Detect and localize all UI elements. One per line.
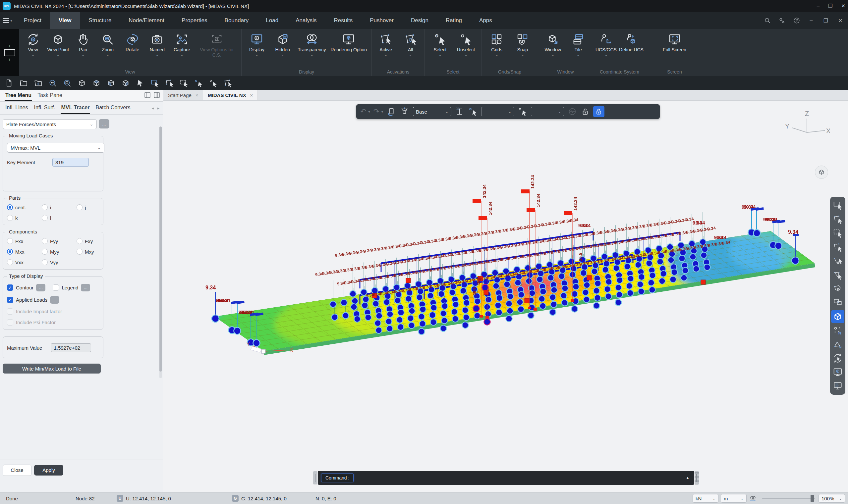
result-type-select[interactable]: Plate Forces/Moments⌄ bbox=[3, 119, 97, 129]
radio-k[interactable]: k bbox=[7, 215, 42, 221]
subtab-scroll-right-icon[interactable]: ▸ bbox=[157, 106, 159, 111]
ribbon-button-capture[interactable]: Capture⌄ bbox=[171, 32, 192, 57]
panel-subtab-mvl-tracer[interactable]: MVL Tracer bbox=[60, 102, 90, 114]
transparency-toggle-icon[interactable] bbox=[749, 492, 757, 504]
result-type-more-button[interactable]: ... bbox=[99, 119, 109, 128]
ribbon-button-transparency[interactable]: Transparency⌄ bbox=[298, 32, 326, 57]
ribbon-button-full-screen[interactable]: Full Screen bbox=[663, 32, 686, 57]
more-options-button[interactable]: ... bbox=[81, 284, 90, 291]
radio-vxx[interactable]: Vxx bbox=[7, 259, 42, 265]
select-poly-dashed-icon[interactable] bbox=[831, 240, 844, 254]
select-volume-icon[interactable] bbox=[831, 282, 844, 295]
ribbon-button-grids[interactable]: Grids⌄ bbox=[486, 32, 507, 57]
undo-button[interactable]: ↶ bbox=[360, 107, 366, 116]
menu-item-apps[interactable]: Apps bbox=[470, 12, 501, 29]
dock-layout-icon[interactable] bbox=[144, 92, 151, 100]
view-cube-button[interactable] bbox=[815, 166, 828, 179]
ribbon-button-pan[interactable]: Pan⌄ bbox=[73, 32, 94, 57]
redo-button[interactable]: ↷ bbox=[373, 107, 379, 116]
child-restore-icon[interactable]: ❐ bbox=[822, 17, 829, 24]
element-number-icon[interactable]: N bbox=[831, 338, 844, 351]
radio-l[interactable]: l bbox=[42, 215, 76, 221]
command-bar-grip-right[interactable] bbox=[695, 471, 699, 484]
length-unit-select[interactable]: m⌄ bbox=[721, 494, 747, 503]
maximize-button[interactable]: ❐ bbox=[828, 3, 832, 9]
node-number-icon[interactable]: N bbox=[831, 324, 844, 337]
node-select[interactable]: ⌄ bbox=[481, 107, 514, 116]
command-input[interactable]: Command : bbox=[321, 473, 353, 482]
panel-tab-tree-menu[interactable]: Tree Menu bbox=[5, 91, 32, 101]
new-file-icon[interactable] bbox=[4, 78, 14, 88]
checkbox-applied-loads[interactable]: ✓ bbox=[7, 297, 13, 303]
select-box-dashed-icon[interactable] bbox=[831, 227, 844, 240]
pick-element-icon[interactable] bbox=[518, 107, 527, 116]
radio-i[interactable]: i bbox=[42, 204, 76, 210]
document-tab-midas-civil-nx[interactable]: MIDAS CIVIL NX× bbox=[203, 90, 258, 100]
radio-mxx[interactable]: Mxx bbox=[7, 249, 42, 255]
open-folder-icon[interactable] bbox=[19, 78, 29, 88]
ribbon-button-window[interactable]: Window⌄ bbox=[542, 32, 563, 57]
ribbon-button-view[interactable]: View⌄ bbox=[22, 32, 44, 57]
ribbon-collapse-button[interactable]: ↓↑ bbox=[0, 29, 19, 76]
view-left-icon[interactable] bbox=[121, 78, 131, 88]
chevron-down-icon[interactable]: ▾ bbox=[368, 110, 370, 113]
radio-myy[interactable]: Myy bbox=[42, 249, 76, 255]
iso-view-icon[interactable] bbox=[831, 310, 844, 323]
menu-item-load[interactable]: Load bbox=[257, 12, 287, 29]
select-single-icon[interactable] bbox=[135, 78, 145, 88]
child-minimize-icon[interactable]: – bbox=[808, 17, 815, 24]
chevron-down-icon[interactable]: ▾ bbox=[381, 110, 383, 113]
select-box-icon[interactable] bbox=[831, 199, 844, 212]
key-icon[interactable] bbox=[778, 17, 786, 24]
main-menu-button[interactable]: ▾ bbox=[0, 12, 15, 29]
radio-fxx[interactable]: Fxx bbox=[7, 238, 42, 244]
radio-vyy[interactable]: Vyy bbox=[42, 259, 76, 265]
menu-item-structure[interactable]: Structure bbox=[80, 12, 120, 29]
panel-subtab-batch-convers[interactable]: Batch Convers bbox=[95, 102, 131, 114]
select-pick-icon[interactable] bbox=[193, 78, 204, 88]
radio-fyy[interactable]: Fyy bbox=[42, 238, 76, 244]
checkbox-legend[interactable] bbox=[53, 285, 59, 291]
ribbon-button-snap[interactable]: Snap⌄ bbox=[512, 32, 533, 57]
key-element-input[interactable]: 319 bbox=[52, 158, 89, 166]
view-front-icon[interactable] bbox=[106, 78, 116, 88]
view-top-icon[interactable] bbox=[91, 78, 101, 88]
menu-item-node-element[interactable]: Node/Element bbox=[120, 12, 173, 29]
display-info-icon[interactable] bbox=[831, 365, 844, 379]
select-intersect-icon[interactable] bbox=[179, 78, 189, 88]
document-tab-start-page[interactable]: Start Page× bbox=[163, 90, 203, 100]
panel-tab-task-pane[interactable]: Task Pane bbox=[37, 91, 63, 101]
moving-load-case-select[interactable]: MVmax: MVL⌄ bbox=[7, 143, 104, 152]
select-plane-icon[interactable] bbox=[831, 268, 844, 282]
menu-item-analysis[interactable]: Analysis bbox=[287, 12, 325, 29]
select-previous-icon[interactable] bbox=[223, 78, 232, 88]
unlock-icon[interactable] bbox=[581, 107, 590, 116]
command-bar-grip-left[interactable] bbox=[313, 471, 317, 484]
ribbon-button-active[interactable]: Active⌄ bbox=[375, 32, 396, 57]
radio-fxy[interactable]: Fxy bbox=[76, 238, 108, 244]
minimize-button[interactable]: – bbox=[817, 3, 819, 9]
split-layout-icon[interactable] bbox=[153, 92, 160, 100]
ribbon-button-define-ucs[interactable]: Define UCS bbox=[619, 32, 643, 57]
close-tab-icon[interactable]: × bbox=[250, 93, 253, 98]
zoom-window2-icon[interactable] bbox=[831, 296, 844, 309]
model-viewport[interactable]: 9.349.349.349.349.349.349.349.349.349.34… bbox=[163, 101, 848, 492]
apply-button[interactable]: Apply bbox=[34, 465, 63, 475]
select-entity-icon[interactable] bbox=[831, 254, 844, 268]
more-options-button[interactable]: ... bbox=[50, 296, 59, 304]
close-button[interactable]: ✕ bbox=[841, 3, 845, 9]
menu-item-rating[interactable]: Rating bbox=[437, 12, 470, 29]
ribbon-button-rendering-option[interactable]: Rendering Option bbox=[330, 32, 367, 57]
lock-view-button[interactable] bbox=[593, 106, 604, 117]
ribbon-button-view-point[interactable]: View Point⌄ bbox=[47, 32, 69, 57]
menu-item-view[interactable]: View bbox=[50, 12, 80, 29]
rotate-model-icon[interactable] bbox=[386, 107, 396, 116]
menu-item-properties[interactable]: Properties bbox=[173, 12, 216, 29]
zoom-level-select[interactable]: 100%⌄ bbox=[818, 494, 845, 503]
menu-item-boundary[interactable]: Boundary bbox=[216, 12, 258, 29]
close-tab-icon[interactable]: × bbox=[195, 93, 198, 98]
redraw-icon[interactable] bbox=[831, 352, 844, 365]
child-close-icon[interactable]: ✕ bbox=[837, 17, 844, 24]
help-icon[interactable] bbox=[793, 17, 800, 24]
panel-scrollbar[interactable] bbox=[159, 126, 162, 378]
